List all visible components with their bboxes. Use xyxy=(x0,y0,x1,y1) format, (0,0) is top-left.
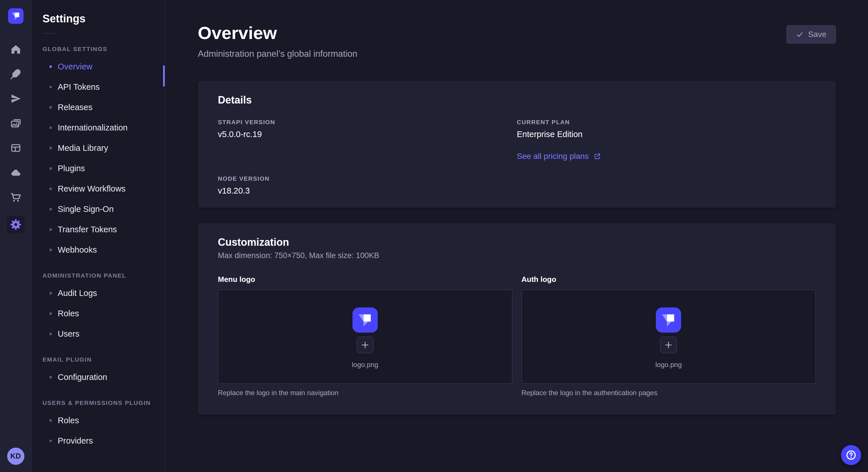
subnav-item-internationalization[interactable]: Internationalization xyxy=(32,117,165,138)
subnav-item-up-roles[interactable]: Roles xyxy=(32,410,165,431)
subnav-item-releases[interactable]: Releases xyxy=(32,97,165,117)
menu-logo-add-button[interactable] xyxy=(357,337,373,353)
nav-releases[interactable] xyxy=(9,92,22,105)
main-nav-items xyxy=(7,43,25,440)
section-label: USERS & PERMISSIONS PLUGIN xyxy=(42,400,154,406)
nav-media-library[interactable] xyxy=(9,117,22,130)
subnav-item-label: Webhooks xyxy=(58,245,97,255)
subnav-item-transfer-tokens[interactable]: Transfer Tokens xyxy=(32,220,165,240)
nav-cloud[interactable] xyxy=(9,166,22,179)
auth-logo-preview xyxy=(656,307,681,333)
auth-logo-add-button[interactable] xyxy=(660,337,677,353)
details-card: Details STRAPI VERSION v5.0.0-rc.19 CURR… xyxy=(198,81,836,208)
feather-icon xyxy=(10,68,22,80)
auth-logo-label: Auth logo xyxy=(522,275,816,284)
subnav-item-label: Plugins xyxy=(58,164,85,173)
menu-logo-filename: logo.png xyxy=(352,361,378,369)
user-avatar[interactable]: KD xyxy=(7,448,24,465)
subnav-item-label: Users xyxy=(58,329,80,339)
shopping-cart-icon xyxy=(10,192,22,203)
page-header-text: Overview Administration panel’s global i… xyxy=(198,24,358,59)
subnav-item-admin-users[interactable]: Users xyxy=(32,324,165,344)
save-button-label: Save xyxy=(808,30,826,39)
subnav-scrollbar-thumb[interactable] xyxy=(163,65,165,87)
auth-logo-filename: logo.png xyxy=(655,361,682,369)
bullet-icon xyxy=(50,127,52,129)
customization-card: Customization Max dimension: 750×750, Ma… xyxy=(198,223,836,415)
nav-content-type-builder[interactable] xyxy=(9,142,22,154)
bullet-icon xyxy=(50,292,52,295)
subnav-item-label: Roles xyxy=(58,416,79,425)
bullet-icon xyxy=(50,208,52,210)
bullet-icon xyxy=(50,188,52,190)
subnav-item-label: Review Workflows xyxy=(58,184,125,194)
bullet-icon xyxy=(50,333,52,335)
section-label: EMAIL PLUGIN xyxy=(42,356,154,363)
page-header: Overview Administration panel’s global i… xyxy=(198,24,836,59)
menu-logo-field: Menu logo logo.png xyxy=(218,275,513,397)
bullet-icon xyxy=(50,65,52,68)
details-card-title: Details xyxy=(218,94,816,106)
nav-home[interactable] xyxy=(9,43,22,56)
subnav-item-single-sign-on[interactable]: Single Sign-On xyxy=(32,199,165,220)
bullet-icon xyxy=(50,440,52,442)
bullet-icon xyxy=(50,248,52,251)
auth-logo-dropzone[interactable]: logo.png xyxy=(522,290,816,384)
subnav-item-email-configuration[interactable]: Configuration xyxy=(32,367,165,387)
pricing-plans-link[interactable]: See all pricing plans xyxy=(517,152,601,161)
subnav-item-overview[interactable]: Overview xyxy=(32,57,165,77)
subnav-item-label: Releases xyxy=(58,103,92,112)
page-title: Overview xyxy=(198,24,358,42)
main-nav-rail: KD xyxy=(0,0,32,472)
details-grid-spacer xyxy=(517,175,816,196)
bullet-icon xyxy=(50,376,52,378)
nav-settings[interactable] xyxy=(7,216,25,233)
subnav-item-label: Single Sign-On xyxy=(58,204,114,214)
subnav-item-label: Overview xyxy=(58,62,92,71)
subnav-item-admin-roles[interactable]: Roles xyxy=(32,303,165,324)
subnav-item-api-tokens[interactable]: API Tokens xyxy=(32,77,165,97)
bullet-icon xyxy=(50,86,52,88)
plus-icon xyxy=(361,341,369,349)
node-version-field: NODE VERSION v18.20.3 xyxy=(218,175,517,196)
save-button[interactable]: Save xyxy=(786,25,836,43)
strapi-logo-icon xyxy=(656,307,681,333)
strapi-version-field: STRAPI VERSION v5.0.0-rc.19 xyxy=(218,119,517,161)
cloud-icon xyxy=(10,167,22,178)
help-button[interactable] xyxy=(841,445,861,465)
bullet-icon xyxy=(50,312,52,315)
subnav-item-review-workflows[interactable]: Review Workflows xyxy=(32,179,165,199)
section-label: GLOBAL SETTINGS xyxy=(42,45,154,53)
node-version-value: v18.20.3 xyxy=(218,186,517,196)
layout-icon xyxy=(10,142,22,154)
subnav-item-plugins[interactable]: Plugins xyxy=(32,158,165,179)
section-global-settings: GLOBAL SETTINGS Overview API Tokens Rele… xyxy=(32,45,165,260)
strapi-logo[interactable] xyxy=(8,8,24,24)
home-icon xyxy=(10,43,22,55)
check-icon xyxy=(796,31,803,38)
nav-content-manager[interactable] xyxy=(9,68,22,80)
customization-card-title: Customization xyxy=(218,236,816,248)
bullet-icon xyxy=(50,228,52,231)
menu-logo-dropzone[interactable]: logo.png xyxy=(218,290,513,384)
subnav-item-up-providers[interactable]: Providers xyxy=(32,431,165,451)
details-grid: STRAPI VERSION v5.0.0-rc.19 CURRENT PLAN… xyxy=(218,119,816,196)
strapi-logo-icon xyxy=(352,307,378,333)
current-plan-label: CURRENT PLAN xyxy=(517,119,816,126)
current-plan-field: CURRENT PLAN Enterprise Edition See all … xyxy=(517,119,816,161)
gear-icon xyxy=(10,219,22,230)
nav-marketplace[interactable] xyxy=(9,191,22,204)
section-users-permissions-plugin: USERS & PERMISSIONS PLUGIN Roles Provide… xyxy=(32,400,165,451)
subnav-item-media-library[interactable]: Media Library xyxy=(32,138,165,158)
subnav-title-divider xyxy=(42,33,56,34)
subnav-item-audit-logs[interactable]: Audit Logs xyxy=(32,283,165,303)
subnav-item-label: Transfer Tokens xyxy=(58,225,117,234)
settings-subnav: Settings GLOBAL SETTINGS Overview API To… xyxy=(32,0,165,472)
pictures-icon xyxy=(10,117,22,129)
subnav-item-label: Providers xyxy=(58,436,93,446)
strapi-version-value: v5.0.0-rc.19 xyxy=(218,130,517,139)
subnav-item-webhooks[interactable]: Webhooks xyxy=(32,240,165,260)
subnav-item-label: Internationalization xyxy=(58,123,127,133)
current-plan-value: Enterprise Edition xyxy=(517,130,816,139)
auth-logo-hint: Replace the logo in the authentication p… xyxy=(522,389,816,397)
